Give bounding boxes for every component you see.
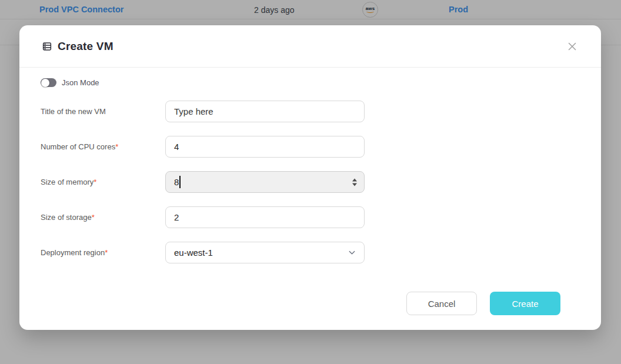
memory-size-input[interactable] [165, 171, 365, 193]
chevron-down-icon [348, 248, 356, 257]
field-row-memory: Size of memory* [41, 171, 580, 193]
stepper-up-icon[interactable] [352, 178, 357, 181]
required-marker: * [92, 213, 95, 222]
cancel-button[interactable]: Cancel [406, 292, 477, 315]
modal-title: Create VM [58, 40, 113, 53]
close-icon [567, 41, 577, 52]
stepper-down-icon[interactable] [352, 183, 357, 186]
field-row-cpu: Number of CPU cores* [41, 136, 580, 158]
cpu-cores-input[interactable] [165, 136, 365, 158]
json-mode-toggle[interactable] [41, 78, 56, 87]
region-field-label: Deployment region* [41, 248, 165, 257]
field-row-storage: Size of storage* [41, 206, 580, 228]
storage-control [165, 206, 365, 228]
required-marker: * [94, 178, 96, 186]
field-row-title: Title of the new VM [41, 101, 580, 122]
required-marker: * [105, 248, 108, 257]
text-cursor [179, 176, 181, 188]
modal-body: Json Mode Title of the new VM Number of … [19, 68, 601, 315]
cpu-field-label: Number of CPU cores* [41, 142, 165, 151]
cpu-control [165, 136, 365, 158]
number-stepper[interactable] [352, 178, 357, 186]
create-button[interactable]: Create [490, 292, 560, 315]
toggle-knob [41, 79, 49, 87]
json-mode-row: Json Mode [41, 78, 580, 87]
close-button[interactable] [565, 39, 579, 54]
memory-field-label: Size of memory* [41, 178, 165, 186]
storage-field-label: Size of storage* [41, 213, 165, 222]
storage-size-input[interactable] [165, 206, 365, 228]
region-selected-value: eu-west-1 [174, 248, 213, 258]
region-select[interactable]: eu-west-1 [165, 242, 365, 263]
create-vm-modal: Create VM Json Mode Title of the new VM … [19, 25, 601, 330]
memory-control [165, 171, 365, 193]
title-control [165, 101, 365, 122]
field-row-region: Deployment region* eu-west-1 [41, 242, 580, 263]
modal-footer: Cancel Create [41, 292, 580, 315]
server-icon [42, 41, 52, 52]
modal-header: Create VM [19, 25, 601, 68]
json-mode-label: Json Mode [62, 78, 99, 87]
required-marker: * [115, 142, 118, 151]
vm-title-input[interactable] [165, 101, 365, 122]
title-field-label: Title of the new VM [41, 107, 165, 116]
